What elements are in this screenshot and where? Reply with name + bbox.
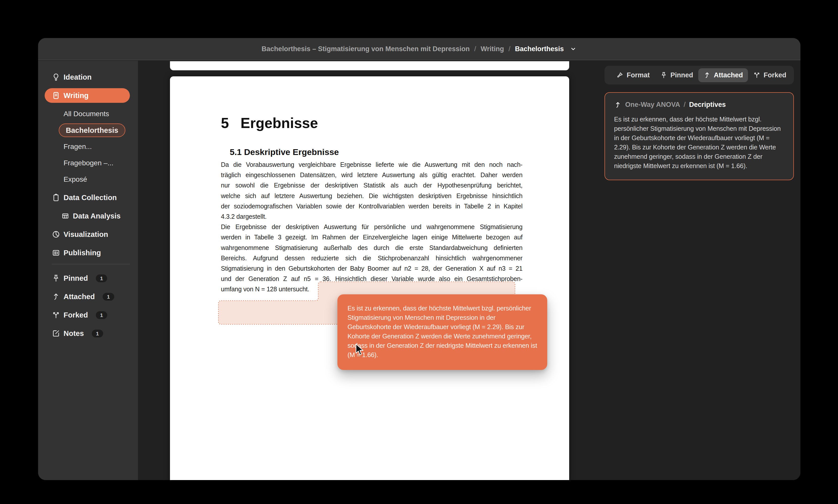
sidebar-item-label: Pinned <box>64 274 88 283</box>
paragraph-line: wahrgenommene Stigmatisierung außerhalb … <box>221 243 523 253</box>
heading-number: 5 <box>221 114 229 132</box>
sidebar-item-fragen[interactable]: Fragen... <box>38 139 138 154</box>
attach-arrow-icon <box>52 292 60 301</box>
pen-nib-icon <box>616 71 624 79</box>
sidebar-item-all-documents[interactable]: All Documents <box>38 107 138 121</box>
pie-chart-icon <box>52 230 60 239</box>
sidebar-item-label: Publishing <box>64 249 101 257</box>
note-separator: / <box>684 101 686 109</box>
sidebar-item-label: Bachelorthesis <box>66 126 118 134</box>
sidebar-item-bachelorthesis[interactable]: Bachelorthesis <box>38 123 138 138</box>
paragraph-line: träglich eingeschlossenen Datensätzen, w… <box>221 170 523 180</box>
sidebar-item-label: Notes <box>64 329 84 338</box>
sidebar-item-pinned[interactable]: Pinned 1 <box>38 271 138 286</box>
panel-tab-bar: Format Pinned Attached Forked <box>605 66 794 85</box>
app-window: Bachelorthesis – Stigmatisierung von Men… <box>38 38 800 480</box>
sidebar-item-visualization[interactable]: Visualization <box>38 227 138 242</box>
sidebar-item-expose[interactable]: Exposé <box>38 172 138 187</box>
paragraph-line: umfang von N = 128 untersucht. <box>221 284 523 294</box>
count-badge: 1 <box>92 330 103 338</box>
sidebar-item-attached[interactable]: Attached 1 <box>38 289 138 304</box>
sidebar-item-label: Forked <box>64 311 88 319</box>
count-badge: 1 <box>96 311 107 319</box>
breadcrumb-current[interactable]: Bachelorthesis <box>515 45 564 53</box>
document-page[interactable]: 5 Ergebnisse 5.1 Deskriptive Ergebnisse … <box>170 76 569 480</box>
paragraph-line: Da die Vorabauswertung vergleichbare Erg… <box>221 160 523 170</box>
table-icon <box>61 212 70 220</box>
main-content: 5 Ergebnisse 5.1 Deskriptive Ergebnisse … <box>138 61 800 480</box>
heading-text: Ergebnisse <box>241 114 318 132</box>
paragraph-line: Stigmatisierung in den Geburtskohorten d… <box>221 263 523 274</box>
note-source[interactable]: One-Way ANOVA <box>625 101 680 109</box>
paragraph-line: der soziodemografischen Variablen sowie … <box>221 201 523 212</box>
attached-note-card[interactable]: One-Way ANOVA / Decriptives Es ist zu er… <box>605 92 794 180</box>
pin-icon <box>660 71 667 79</box>
sidebar-item-data-collection[interactable]: Data Collection <box>38 190 138 205</box>
note-body-text: Es ist zu erkennen, dass der höchste Mit… <box>614 115 784 170</box>
paragraph-line: 4.3.2 dargestellt. <box>221 212 523 222</box>
tab-label: Format <box>627 71 650 79</box>
sidebar-divider <box>52 264 130 264</box>
clipboard-icon <box>52 193 60 202</box>
count-badge: 1 <box>103 293 114 301</box>
breadcrumb-section[interactable]: Writing <box>481 45 504 53</box>
sidebar-item-label: Data Collection <box>64 194 117 202</box>
tab-format[interactable]: Format <box>611 68 655 82</box>
tab-pinned[interactable]: Pinned <box>655 68 698 82</box>
paragraph-line: welche sich auf letztere Auswertung bezi… <box>221 191 523 201</box>
section-heading: 5 Ergebnisse <box>221 114 523 132</box>
sidebar: Ideation Writing All Documents Bachelort… <box>38 61 138 480</box>
paragraph-line: und der Generation Z auf n5 = 36. Hinsic… <box>221 274 523 284</box>
sidebar-item-fragebogen[interactable]: Fragebogen –... <box>38 156 138 170</box>
document-body: Da die Vorabauswertung vergleichbare Erg… <box>221 160 523 294</box>
previous-page-bottom <box>170 61 569 70</box>
sidebar-item-label: Exposé <box>64 175 87 183</box>
sidebar-item-ideation[interactable]: Ideation <box>38 70 138 85</box>
sidebar-item-data-analysis[interactable]: Data Analysis <box>38 209 138 223</box>
note-edit-icon <box>52 329 60 338</box>
tab-label: Forked <box>764 71 786 79</box>
mouse-cursor <box>355 343 364 356</box>
attach-arrow-icon <box>703 71 711 79</box>
fork-icon <box>52 311 60 319</box>
sidebar-item-label: Ideation <box>64 73 91 82</box>
breadcrumb-project[interactable]: Bachelorthesis – Stigmatisierung von Men… <box>262 45 470 53</box>
pin-icon <box>52 274 60 283</box>
selected-document-pill: Bachelorthesis <box>59 124 125 137</box>
annotation-popup[interactable]: Es ist zu erkennen, dass der höchste Mit… <box>337 294 547 370</box>
document-icon <box>52 91 60 100</box>
tab-forked[interactable]: Forked <box>748 68 791 82</box>
paragraph-line: Die Ergebnisse der deskriptiven Auswertu… <box>221 222 523 232</box>
note-card-header: One-Way ANOVA / Decriptives <box>614 101 784 109</box>
annotation-popup-text: Es ist zu erkennen, dass der höchste Mit… <box>348 304 537 360</box>
sidebar-item-label: Visualization <box>64 230 108 239</box>
top-bar: Bachelorthesis – Stigmatisierung von Men… <box>38 38 800 60</box>
sidebar-item-publishing[interactable]: Publishing <box>38 246 138 260</box>
sidebar-item-label: Attached <box>64 292 95 301</box>
breadcrumb-separator: / <box>474 45 476 53</box>
attach-arrow-icon <box>614 101 622 109</box>
sidebar-item-label: Fragen... <box>64 143 92 151</box>
sidebar-item-forked[interactable]: Forked 1 <box>38 308 138 322</box>
lightbulb-icon <box>52 73 60 82</box>
paragraph-line: werden in Tabelle 3 gezeigt. Im Rahmen d… <box>221 232 523 242</box>
count-badge: 1 <box>96 274 107 282</box>
chevron-down-icon[interactable] <box>570 45 577 53</box>
sidebar-item-notes[interactable]: Notes 1 <box>38 326 138 341</box>
sidebar-item-label: Data Analysis <box>73 212 121 220</box>
fork-icon <box>753 71 761 79</box>
newspaper-icon <box>52 249 60 257</box>
breadcrumb: Bachelorthesis – Stigmatisierung von Men… <box>262 45 577 53</box>
sidebar-item-label: Writing <box>64 91 88 100</box>
sidebar-item-label: All Documents <box>64 110 109 118</box>
subsection-heading: 5.1 Deskriptive Ergebnisse <box>230 146 523 158</box>
tab-label: Pinned <box>670 71 693 79</box>
paragraph-line: Bereichs. Aufgrund dessen reduzierte sic… <box>221 253 523 263</box>
sidebar-item-label: Fragebogen –... <box>64 159 114 167</box>
paragraph-line: nur sowohl die Ergebnisse der deskriptiv… <box>221 180 523 191</box>
tab-label: Attached <box>714 71 743 79</box>
sidebar-item-writing[interactable]: Writing <box>45 88 130 103</box>
breadcrumb-separator: / <box>509 45 511 53</box>
note-title[interactable]: Decriptives <box>689 101 726 109</box>
tab-attached[interactable]: Attached <box>698 68 748 82</box>
